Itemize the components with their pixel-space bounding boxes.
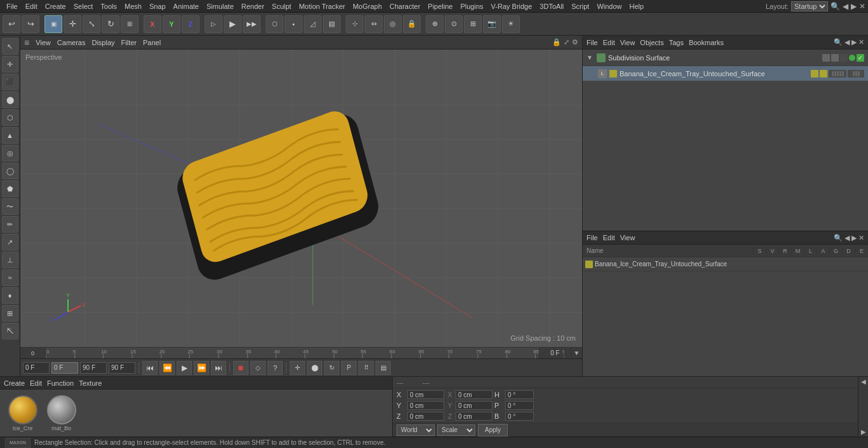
- grid-dots-btn[interactable]: ⠿: [358, 361, 374, 375]
- redo-btn[interactable]: ↪: [22, 15, 39, 33]
- menu-animate[interactable]: Animate: [170, 1, 203, 11]
- back-icon-objects[interactable]: ◀: [844, 38, 850, 46]
- scroll-up-icon[interactable]: ◀: [861, 378, 866, 385]
- apply-button[interactable]: Apply: [478, 424, 508, 437]
- menu-sculpt[interactable]: Sculpt: [268, 1, 295, 11]
- poly-mode-btn[interactable]: ▤: [323, 15, 341, 33]
- close-icon-attr[interactable]: ✕: [858, 234, 864, 242]
- menu-simulate[interactable]: Simulate: [203, 1, 238, 11]
- tool-cylinder[interactable]: ⬡: [2, 109, 18, 126]
- keyframe-btn[interactable]: ◇: [250, 361, 266, 375]
- obj-render-visibility-btn[interactable]: [831, 54, 839, 62]
- frame-end-input1[interactable]: [80, 362, 107, 374]
- close-icon-objects[interactable]: ✕: [858, 38, 864, 46]
- banana-vis-btn[interactable]: [811, 70, 818, 78]
- timeline-ruler[interactable]: 0 0 5 10 15 20: [20, 347, 582, 358]
- menu-tools[interactable]: Tools: [97, 1, 121, 11]
- obj-bookmarks-menu[interactable]: Bookmarks: [689, 39, 724, 46]
- attr-edit-menu[interactable]: Edit: [603, 234, 615, 241]
- x-val1-input[interactable]: [407, 390, 444, 399]
- material-item-mat-bo[interactable]: mat_Bo: [44, 395, 79, 431]
- frame-selector-input[interactable]: [51, 362, 78, 374]
- material-item-ice-cream[interactable]: Ice_Cre: [5, 395, 40, 431]
- axis-x-btn[interactable]: X: [144, 15, 161, 33]
- axis-z-btn[interactable]: Z: [182, 15, 200, 33]
- viewport-expand-icon[interactable]: ⤢: [564, 38, 569, 46]
- z-val2-input[interactable]: [456, 412, 492, 421]
- menu-file[interactable]: File: [3, 1, 22, 11]
- select-rect-btn[interactable]: ▣: [44, 15, 62, 33]
- world-select[interactable]: World Object: [397, 424, 435, 436]
- menu-mesh[interactable]: Mesh: [121, 1, 146, 11]
- animate-mode-btn[interactable]: P: [341, 361, 356, 375]
- world-space-btn[interactable]: ⊕: [426, 15, 444, 33]
- banana-more-btn[interactable]: [848, 70, 864, 78]
- move-btn[interactable]: ✛: [64, 15, 81, 33]
- menu-3dtoall[interactable]: 3DToAll: [536, 1, 567, 11]
- obj-file-menu[interactable]: File: [587, 39, 598, 46]
- edge-mode-btn[interactable]: ◿: [304, 15, 322, 33]
- tool-grid[interactable]: ⊞: [2, 305, 18, 322]
- mat-edit-menu[interactable]: Edit: [30, 379, 42, 387]
- search-icon-objects[interactable]: 🔍: [834, 38, 843, 46]
- tool-pen[interactable]: ✏: [2, 216, 18, 233]
- play-btn[interactable]: ▶: [177, 361, 192, 375]
- viewport-view-menu[interactable]: View: [36, 39, 51, 46]
- step-back-btn[interactable]: ⏪: [159, 361, 175, 375]
- axis-y-btn[interactable]: Y: [163, 15, 180, 33]
- menu-help[interactable]: Help: [626, 1, 648, 11]
- fcurve-btn[interactable]: ↻: [324, 361, 339, 375]
- tool-extrude[interactable]: ⊥: [2, 252, 18, 268]
- obj-lock-btn[interactable]: [840, 54, 848, 62]
- snap-btn[interactable]: ⊹: [346, 15, 363, 33]
- viewport-cameras-menu[interactable]: Cameras: [57, 39, 86, 46]
- viewport-settings-icon[interactable]: ⚙: [572, 38, 578, 46]
- transform-btn[interactable]: ⊞: [121, 15, 139, 33]
- search-icon-attr[interactable]: 🔍: [834, 234, 843, 242]
- tool-cone[interactable]: ▲: [2, 127, 18, 144]
- menu-plugins[interactable]: Plugins: [456, 1, 487, 11]
- attr-file-menu[interactable]: File: [587, 234, 598, 241]
- menu-window[interactable]: Window: [593, 1, 625, 11]
- menu-create[interactable]: Create: [41, 1, 70, 11]
- viewport-display-menu[interactable]: Display: [92, 39, 114, 46]
- back-icon-attr[interactable]: ◀: [844, 234, 850, 242]
- object-space-btn[interactable]: ⊙: [445, 15, 463, 33]
- h-val-input[interactable]: [505, 390, 534, 399]
- z-val1-input[interactable]: [407, 412, 444, 421]
- y-val1-input[interactable]: [407, 401, 444, 410]
- lock-btn[interactable]: 🔒: [403, 15, 421, 33]
- mat-texture-menu[interactable]: Texture: [79, 379, 102, 387]
- scroll-down-icon[interactable]: ▶: [861, 428, 866, 435]
- nav-forward-icon[interactable]: ▶: [851, 2, 857, 11]
- menu-edit[interactable]: Edit: [22, 1, 41, 11]
- expand-icon[interactable]: ▼: [587, 54, 594, 61]
- render-active-btn[interactable]: ▶▶: [243, 15, 261, 33]
- menu-vray[interactable]: V-Ray Bridge: [487, 1, 536, 11]
- banana-grid-btn[interactable]: [829, 70, 846, 78]
- tool-sphere[interactable]: ⬤: [2, 92, 18, 108]
- motion-path-btn[interactable]: ⬤: [307, 361, 322, 375]
- menu-character[interactable]: Character: [386, 1, 424, 11]
- mat-create-menu[interactable]: Create: [4, 379, 25, 387]
- tool-disc[interactable]: ◯: [2, 163, 18, 179]
- menu-render[interactable]: Render: [238, 1, 268, 11]
- x-val2-input[interactable]: [456, 390, 492, 399]
- menu-snap[interactable]: Snap: [146, 1, 170, 11]
- timeline-arrow-btn[interactable]: ▼: [571, 348, 582, 358]
- menu-script[interactable]: Script: [567, 1, 593, 11]
- tool-box[interactable]: ⬛: [2, 74, 18, 90]
- obj-edit-menu[interactable]: Edit: [603, 39, 615, 46]
- grid-btn[interactable]: ⊞: [464, 15, 482, 33]
- tool-bend[interactable]: ↗: [2, 234, 18, 250]
- point-mode-btn[interactable]: •: [285, 15, 302, 33]
- tool-select[interactable]: ↖: [2, 38, 18, 55]
- tool-spline[interactable]: 〜: [2, 198, 18, 215]
- obj-check[interactable]: ✓: [857, 54, 864, 62]
- hamburger-icon[interactable]: ≡: [24, 37, 29, 48]
- help-btn[interactable]: ?: [268, 361, 283, 375]
- nav-back-icon[interactable]: ◀: [843, 2, 848, 11]
- viewport-filter-menu[interactable]: Filter: [121, 39, 137, 46]
- record-btn[interactable]: ⏺: [233, 361, 248, 375]
- search-icon[interactable]: 🔍: [831, 2, 840, 11]
